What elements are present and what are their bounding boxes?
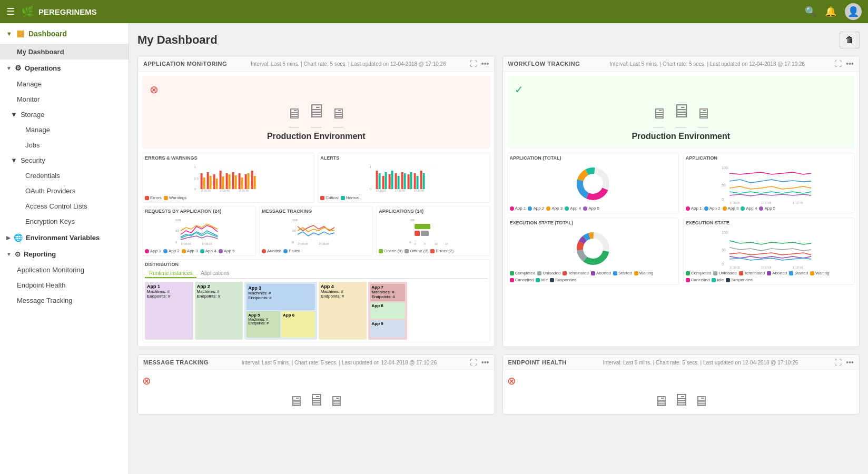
requests-chart: REQUESTS BY APPLICATION (24) 100 50 0 (142, 206, 256, 256)
sidebar-item-env-vars[interactable]: ▶ 🌐 Environment Variables (0, 229, 129, 246)
more-button-wf[interactable]: ••• (846, 60, 854, 68)
sidebar-item-manage[interactable]: Manage (0, 76, 129, 92)
sidebar-item-acl[interactable]: Access Control Lists (0, 199, 129, 214)
status-ok-icon: ✓ (515, 83, 524, 96)
svg-text:17:35:45: 17:35:45 (395, 189, 406, 192)
widget-actions-eh: ⛶ ••• (834, 358, 854, 367)
sidebar-item-enc-keys[interactable]: Encryption Keys (0, 214, 129, 229)
svg-rect-37 (401, 172, 403, 189)
sidebar-item-jobs[interactable]: Jobs (0, 137, 129, 153)
expand-button[interactable]: ⛶ (470, 60, 477, 68)
svg-text:0: 0 (194, 187, 196, 191)
wf-server-icons: 🖥____ 🖥____ 🖥____ (652, 100, 711, 127)
exec-legend: Completed Unloaded Terminated Aborted St… (686, 271, 852, 282)
sidebar-item-credentials[interactable]: Credentials (0, 168, 129, 183)
sidebar-item-storage[interactable]: ▼ Storage (0, 107, 129, 122)
hamburger-icon[interactable]: ☰ (6, 6, 15, 17)
svg-rect-40 (410, 172, 412, 189)
dist-tab-runtime[interactable]: Runtime instances (145, 269, 196, 278)
sidebar-item-oauth[interactable]: OAuth Providers (0, 183, 129, 199)
server-icon-3: 🖥____ (331, 105, 346, 127)
wf-app-row: APPLICATION (TOTAL) (507, 153, 855, 213)
app-monitoring-meta: Interval: Last 5 mins. | Chart rate: 5 s… (251, 61, 446, 67)
more-button-eh[interactable]: ••• (846, 358, 854, 367)
sidebar-item-reporting[interactable]: ▼ ⊙ Reporting (0, 246, 129, 262)
expand-button-eh[interactable]: ⛶ (834, 358, 842, 367)
widget-actions-mt: ⛶ ••• (470, 358, 489, 367)
wf-app-chart: APPLICATION 100 50 0 (683, 153, 855, 213)
svg-rect-44 (423, 173, 425, 189)
errors-legend: Errors Warnings (145, 195, 312, 200)
svg-text:100: 100 (292, 219, 298, 222)
sidebar-item-monitor[interactable]: Monitor (0, 92, 129, 107)
sidebar-item-dashboard[interactable]: ▼ ▦ Dashboard (0, 23, 129, 44)
svg-text:17:35:05: 17:35:05 (201, 189, 211, 192)
sidebar-item-my-dashboard[interactable]: My Dashboard (0, 44, 129, 60)
svg-rect-16 (235, 175, 237, 189)
svg-rect-42 (417, 176, 419, 189)
endpoint-health-widget: ENDPOINT HEALTH Interval: Last 5 mins. |… (502, 354, 860, 414)
msg-tracking-title: MESSAGE TRACKING (143, 359, 209, 366)
chevron-down-icon: ▼ (11, 156, 17, 164)
server-icons: 🖥____ 🖥____ 🖥____ (287, 100, 346, 127)
svg-rect-41 (414, 173, 416, 189)
chevron-down-icon: ▼ (6, 31, 12, 37)
svg-rect-31 (382, 176, 384, 189)
msg-tracking-body: ⊗ 🖥 🖥 🖥 (138, 370, 495, 414)
svg-rect-29 (376, 171, 378, 189)
svg-rect-9 (213, 174, 215, 189)
chevron-down-icon: ▼ (6, 65, 12, 71)
expand-button-wf[interactable]: ⛶ (834, 60, 842, 68)
page-title-row: My Dashboard 🗑 (137, 32, 860, 48)
workflow-env-box: ✓ 🖥____ 🖥____ 🖥____ (507, 76, 855, 149)
svg-rect-21 (251, 171, 253, 189)
sidebar: ▼ ▦ Dashboard My Dashboard ▼ ⚙ Operation… (0, 23, 129, 474)
search-icon[interactable]: 🔍 (805, 6, 816, 17)
expand-button-mt[interactable]: ⛶ (470, 358, 477, 367)
workflow-meta: Interval: Last 5 mins. | Chart rate: 5 s… (610, 61, 805, 67)
apps-legend: Online (9) Offline (3) Errors (2) (379, 249, 487, 253)
svg-text:17:35:45: 17:35:45 (414, 189, 425, 192)
workflow-body: ✓ 🖥____ 🖥____ 🖥____ (503, 72, 860, 289)
dist-app3-5: App 3 Machines: # Endpoints: # App 5 Mac… (244, 282, 317, 340)
svg-rect-13 (226, 173, 228, 189)
dist-tab-applications[interactable]: Applications (196, 269, 233, 278)
more-button[interactable]: ••• (481, 60, 489, 68)
svg-text:1: 1 (370, 165, 372, 169)
svg-text:17:35:05: 17:35:05 (729, 201, 740, 204)
app-monitoring-title: APPLICATION MONITORING (143, 61, 227, 67)
svg-rect-18 (241, 177, 243, 189)
svg-text:0: 0 (722, 197, 724, 201)
svg-rect-22 (254, 176, 256, 189)
svg-text:100: 100 (722, 166, 728, 170)
sidebar-item-endpoint-health[interactable]: Endpoint Health (0, 278, 129, 293)
topnav: ☰ 🌿 PEREGRINEMS 🔍 🔔 👤 (0, 0, 868, 23)
sidebar-item-app-monitoring[interactable]: Application Monitoring (0, 262, 129, 278)
widget-actions: ⛶ ••• (470, 60, 489, 68)
bell-icon[interactable]: 🔔 (825, 6, 836, 17)
chevron-right-icon: ▶ (6, 235, 11, 241)
charts-row-1: ERRORS & WARNINGS 1 0.5 0 (142, 153, 490, 203)
sidebar-item-storage-manage[interactable]: Manage (0, 122, 129, 137)
svg-rect-8 (210, 176, 212, 189)
svg-text:0: 0 (175, 241, 177, 244)
avatar[interactable]: 👤 (845, 3, 862, 20)
sidebar-item-message-tracking[interactable]: Message Tracking (0, 293, 129, 308)
alerts-chart: ALERTS 1 0 (318, 153, 490, 203)
svg-rect-10 (216, 179, 218, 189)
svg-rect-15 (232, 172, 234, 189)
svg-rect-7 (207, 172, 209, 189)
delete-dashboard-button[interactable]: 🗑 (840, 32, 860, 48)
dist-app4: App 4 Machines: # Endpoints: # (319, 282, 367, 340)
app-monitoring-widget: APPLICATION MONITORING Interval: Last 5 … (137, 56, 495, 347)
sidebar-item-security[interactable]: ▼ Security (0, 153, 129, 168)
server-icon-2: 🖥____ (307, 100, 326, 127)
sidebar-item-operations[interactable]: ▼ ⚙ Operations (0, 60, 129, 76)
widget-actions-wf: ⛶ ••• (834, 60, 854, 68)
more-button-mt[interactable]: ••• (481, 358, 489, 367)
requests-line-chart: 100 50 0 17:35:05 17:36:25 (145, 216, 253, 248)
msg-line-chart: 100 50 0 17:35:05 17:36:25 (262, 216, 370, 248)
eh-server-3: 🖥 (694, 392, 708, 410)
svg-text:17:35:05: 17:35:05 (376, 189, 387, 192)
bar-chart-area: 1 0.5 0 (145, 163, 312, 194)
